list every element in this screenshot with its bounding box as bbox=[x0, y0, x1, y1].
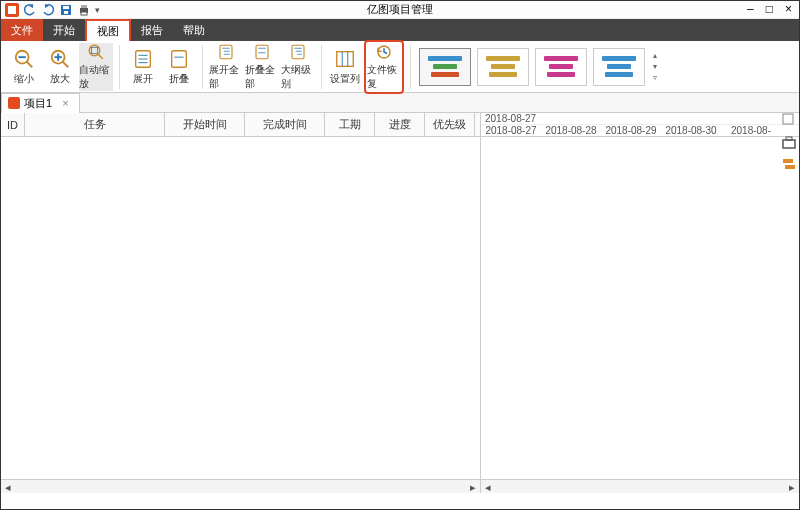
gantt-body[interactable] bbox=[481, 137, 799, 479]
grid-body[interactable] bbox=[1, 137, 480, 479]
print-icon[interactable] bbox=[77, 3, 91, 17]
col-duration[interactable]: 工期 bbox=[325, 113, 375, 136]
svg-rect-4 bbox=[64, 11, 68, 14]
expand-all-button[interactable]: 展开全部 bbox=[209, 43, 243, 91]
app-icon bbox=[5, 3, 19, 17]
svg-line-9 bbox=[27, 61, 33, 67]
grid-hscrollbar[interactable]: ◂ ▸ bbox=[1, 479, 480, 493]
maximize-button[interactable]: □ bbox=[766, 2, 773, 16]
task-grid: ID 任务 开始时间 完成时间 工期 进度 优先级 ◂ ▸ bbox=[1, 113, 481, 493]
tab-help[interactable]: 帮助 bbox=[173, 19, 215, 41]
col-priority[interactable]: 优先级 bbox=[425, 113, 475, 136]
collapse-button[interactable]: 折叠 bbox=[162, 43, 196, 91]
grid-header: ID 任务 开始时间 完成时间 工期 进度 优先级 bbox=[1, 113, 480, 137]
scroll-left-icon[interactable]: ◂ bbox=[1, 480, 15, 494]
right-sidebar bbox=[780, 112, 798, 172]
expand-button[interactable]: 展开 bbox=[126, 43, 160, 91]
svg-rect-42 bbox=[786, 137, 792, 140]
svg-rect-43 bbox=[783, 159, 793, 163]
tab-view[interactable]: 视图 bbox=[85, 19, 131, 41]
col-finish[interactable]: 完成时间 bbox=[245, 113, 325, 136]
svg-rect-24 bbox=[220, 45, 232, 59]
svg-rect-6 bbox=[81, 5, 87, 8]
sidebar-collapse-icon[interactable] bbox=[781, 112, 797, 128]
col-progress[interactable]: 进度 bbox=[375, 113, 425, 136]
svg-line-16 bbox=[98, 54, 103, 59]
svg-rect-35 bbox=[337, 51, 354, 66]
scroll-right-icon[interactable]: ▸ bbox=[466, 480, 480, 494]
zoom-out-button[interactable]: 缩小 bbox=[7, 43, 41, 91]
file-restore-button[interactable]: 文件恢复 bbox=[367, 43, 401, 91]
ribbon-tabs: 文件 开始 视图 报告 帮助 bbox=[1, 19, 799, 41]
svg-rect-31 bbox=[292, 45, 304, 59]
svg-rect-17 bbox=[92, 47, 98, 53]
style-scroll-up-icon[interactable]: ▴ bbox=[653, 51, 657, 60]
minimize-button[interactable]: – bbox=[747, 2, 754, 16]
document-tabs: 项目1 × bbox=[1, 93, 799, 113]
tab-file[interactable]: 文件 bbox=[1, 19, 43, 41]
svg-rect-40 bbox=[783, 114, 793, 124]
auto-zoom-button[interactable]: 自动缩放 bbox=[79, 43, 113, 91]
svg-rect-3 bbox=[63, 6, 69, 9]
content-area: ID 任务 开始时间 完成时间 工期 进度 优先级 ◂ ▸ 2018-08-27… bbox=[1, 113, 799, 493]
redo-icon[interactable] bbox=[41, 3, 55, 17]
svg-rect-44 bbox=[785, 165, 795, 169]
ribbon: 缩小 放大 自动缩放 展开 折叠 展开全部 折叠全部 大纲级别 设置列 文件恢复 bbox=[1, 41, 799, 93]
quick-access-toolbar: ▾ bbox=[1, 1, 799, 19]
svg-rect-28 bbox=[256, 45, 268, 59]
timeline-dates: 2018-08-27 2018-08-28 2018-08-29 2018-08… bbox=[481, 125, 799, 137]
briefcase-icon[interactable] bbox=[781, 134, 797, 150]
gantt-style-2[interactable] bbox=[477, 48, 529, 86]
document-tab-project1[interactable]: 项目1 × bbox=[1, 93, 80, 113]
svg-rect-1 bbox=[8, 6, 16, 14]
set-columns-button[interactable]: 设置列 bbox=[328, 43, 362, 91]
col-start[interactable]: 开始时间 bbox=[165, 113, 245, 136]
gantt-timeline: 2018-08-27 2018-08-27 2018-08-28 2018-08… bbox=[481, 113, 799, 493]
zoom-in-button[interactable]: 放大 bbox=[43, 43, 77, 91]
resources-icon[interactable] bbox=[781, 156, 797, 172]
close-button[interactable]: × bbox=[785, 2, 792, 16]
scroll-left-icon[interactable]: ◂ bbox=[481, 480, 495, 494]
gantt-hscrollbar[interactable]: ◂ ▸ bbox=[481, 479, 799, 493]
svg-rect-22 bbox=[172, 50, 187, 67]
svg-rect-7 bbox=[81, 12, 87, 15]
svg-rect-41 bbox=[783, 140, 795, 148]
tab-start[interactable]: 开始 bbox=[43, 19, 85, 41]
document-tab-close-icon[interactable]: × bbox=[62, 97, 68, 109]
collapse-all-button[interactable]: 折叠全部 bbox=[245, 43, 279, 91]
gantt-style-1[interactable] bbox=[419, 48, 471, 86]
gantt-style-3[interactable] bbox=[535, 48, 587, 86]
file-restore-highlight: 文件恢复 bbox=[364, 40, 404, 94]
svg-rect-39 bbox=[8, 97, 20, 109]
save-icon[interactable] bbox=[59, 3, 73, 17]
timeline-header: 2018-08-27 bbox=[481, 113, 799, 125]
scroll-right-icon[interactable]: ▸ bbox=[785, 480, 799, 494]
svg-line-12 bbox=[63, 61, 69, 67]
qat-dropdown-icon[interactable]: ▾ bbox=[95, 5, 100, 15]
style-more-icon[interactable]: ▿ bbox=[653, 73, 657, 82]
outline-level-button[interactable]: 大纲级别 bbox=[281, 43, 315, 91]
undo-icon[interactable] bbox=[23, 3, 37, 17]
gantt-style-4[interactable] bbox=[593, 48, 645, 86]
col-task[interactable]: 任务 bbox=[25, 113, 165, 136]
style-scroll-down-icon[interactable]: ▾ bbox=[653, 62, 657, 71]
tab-report[interactable]: 报告 bbox=[131, 19, 173, 41]
col-id[interactable]: ID bbox=[1, 113, 25, 136]
svg-point-15 bbox=[89, 45, 100, 56]
